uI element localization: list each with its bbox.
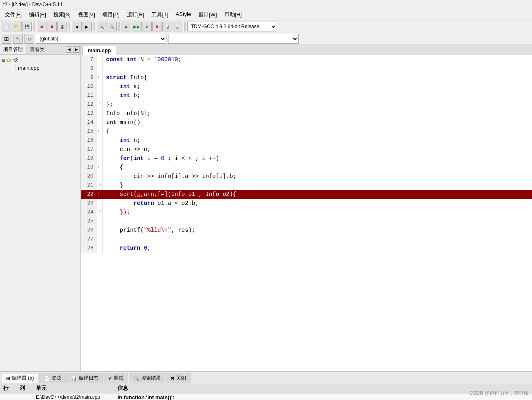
menu-search[interactable]: 搜索[S]	[50, 10, 74, 19]
replace-button[interactable]: 🔍	[107, 22, 117, 31]
tab-project[interactable]: 项目管理	[0, 45, 27, 54]
code-content-9[interactable]: struct Info{	[103, 73, 532, 82]
code-content-11[interactable]: int b;	[103, 91, 532, 100]
code-content-27[interactable]	[103, 235, 532, 244]
forward-button[interactable]: ▶	[82, 22, 92, 31]
redo-button[interactable]: ✖	[47, 22, 57, 31]
menu-tools[interactable]: 工具[T]	[148, 10, 171, 19]
menu-help[interactable]: 帮助[H]	[221, 10, 245, 19]
fold-8[interactable]	[97, 64, 103, 73]
save-button[interactable]: 💾	[22, 22, 32, 31]
debug-tab-label: 调试	[114, 375, 124, 382]
code-content-22[interactable]: sort(a,a+n,[=](Info o1 , Info o2){	[103, 190, 532, 199]
tree-root-t2[interactable]: ⊟ 🗂 t2	[2, 56, 79, 64]
code-content-17[interactable]: cin >> n;	[103, 145, 532, 154]
nav-next[interactable]: ▶	[73, 46, 80, 53]
fold-11[interactable]	[97, 91, 103, 100]
fold-24[interactable]: └	[97, 208, 103, 217]
fold-22[interactable]: □	[97, 190, 103, 199]
bottom-tab-debug[interactable]: ✔ 调试	[104, 373, 128, 383]
editor-tab-main[interactable]: main.cpp	[82, 46, 116, 55]
check-button[interactable]: ✔	[142, 22, 152, 31]
class-btn-1[interactable]: ⊞	[2, 34, 11, 44]
file-icon: 📄	[10, 65, 16, 71]
fold-25[interactable]	[97, 217, 103, 226]
compile-button[interactable]: ▶	[122, 22, 131, 31]
menu-window[interactable]: 窗口[W]	[195, 10, 220, 19]
separator-2	[69, 22, 70, 31]
bottom-tab-compiler[interactable]: ⊞ 编译器 (5)	[2, 373, 38, 383]
code-content-24[interactable]: });	[103, 208, 532, 217]
code-content-21[interactable]: }	[103, 181, 532, 190]
error-row-0[interactable]: E:\DevC++\demo\t2\main.cpp In function '…	[0, 393, 532, 400]
code-content-7[interactable]: const int N = 1000010;	[103, 55, 532, 64]
title-bar: t2 - [t2.dev] - Dev-C++ 5.11	[0, 0, 532, 9]
compiler-select[interactable]: TDM-GCC 4.9.2 64-bit Release	[187, 22, 277, 31]
find-button[interactable]: 🔍	[97, 22, 106, 31]
fold-12[interactable]: └	[97, 100, 103, 109]
fold-15[interactable]: □	[97, 127, 103, 136]
fold-26[interactable]	[97, 226, 103, 235]
bottom-tab-search[interactable]: 🔍 搜索结果	[129, 373, 165, 383]
code-content-18[interactable]: for(int i = 0 ; i < n ; i ++)	[103, 154, 532, 163]
fold-20[interactable]	[97, 172, 103, 181]
open-file-button[interactable]: 📂	[12, 22, 22, 31]
fold-7[interactable]	[97, 55, 103, 64]
code-content-19[interactable]: {	[103, 163, 532, 172]
code-content-13[interactable]: Info info[N];	[103, 109, 532, 118]
code-content-26[interactable]: printf("%lld\n", res);	[103, 226, 532, 235]
back-button[interactable]: ◀	[72, 22, 82, 31]
menu-run[interactable]: 运行[R]	[124, 10, 148, 19]
tree-child-main[interactable]: 📄 main.cpp	[2, 64, 79, 72]
code-editor[interactable]: 7 const int N = 1000010; 8 9 □ struct In…	[81, 55, 532, 371]
tab-classes[interactable]: 查看类	[27, 45, 48, 54]
new-file-button[interactable]: 📄	[2, 22, 11, 31]
code-content-8[interactable]	[103, 64, 532, 73]
nav-prev[interactable]: ◀	[66, 46, 72, 53]
line-num-22: 22	[81, 190, 97, 199]
bottom-tab-resource[interactable]: 📄 资源	[39, 373, 66, 383]
debug-button[interactable]: 📊	[162, 22, 172, 31]
code-content-10[interactable]: int a;	[103, 82, 532, 91]
print-button[interactable]: 🖨	[57, 22, 67, 31]
fold-16[interactable]	[97, 136, 103, 145]
scope-select[interactable]	[168, 34, 299, 44]
code-content-20[interactable]: cin >> info[i].a >> info[i].b;	[103, 172, 532, 181]
code-line-20: 20 cin >> info[i].a >> info[i].b;	[81, 172, 532, 181]
code-content-25[interactable]	[103, 217, 532, 226]
run-button[interactable]: ▶▶	[132, 22, 142, 31]
menu-view[interactable]: 视图[V]	[75, 10, 98, 19]
code-content-16[interactable]: int n;	[103, 136, 532, 145]
fold-14[interactable]	[97, 118, 103, 127]
fold-18[interactable]	[97, 154, 103, 163]
fold-23[interactable]	[97, 199, 103, 208]
fold-21[interactable]: └	[97, 181, 103, 190]
globals-select[interactable]: (globals)	[36, 34, 166, 44]
menu-project[interactable]: 项目[P]	[99, 10, 123, 19]
code-content-28[interactable]: return 0;	[103, 244, 532, 253]
code-content-14[interactable]: int main()	[103, 118, 532, 127]
fold-28[interactable]	[97, 244, 103, 253]
line-num-18: 18	[81, 154, 97, 163]
menu-edit[interactable]: 编辑[E]	[26, 10, 49, 19]
class-btn-3[interactable]: □	[24, 34, 34, 44]
undo-button[interactable]: ✖	[37, 22, 47, 31]
code-content-23[interactable]: return o1.a < o2.b;	[103, 199, 532, 208]
bottom-tab-close[interactable]: ✖ 关闭	[166, 373, 191, 383]
fold-9[interactable]: □	[97, 73, 103, 82]
code-content-12[interactable]: };	[103, 100, 532, 109]
fold-17[interactable]	[97, 145, 103, 154]
stop-button[interactable]: ✖	[152, 22, 162, 31]
menu-file[interactable]: 文件[F]	[2, 10, 25, 19]
menu-astyle[interactable]: AStyle	[173, 10, 195, 19]
app-title: t2 - [t2.dev] - Dev-C++ 5.11	[3, 2, 62, 7]
profile-button[interactable]: 📊	[173, 22, 182, 31]
fold-19[interactable]: □	[97, 163, 103, 172]
fold-27[interactable]	[97, 235, 103, 244]
bottom-tab-log[interactable]: 📊 编译日志	[66, 373, 103, 383]
fold-10[interactable]	[97, 82, 103, 91]
line-num-14: 14	[81, 118, 97, 127]
code-content-15[interactable]: {	[103, 127, 532, 136]
fold-13[interactable]	[97, 109, 103, 118]
class-btn-2[interactable]: 🔧	[13, 34, 23, 44]
